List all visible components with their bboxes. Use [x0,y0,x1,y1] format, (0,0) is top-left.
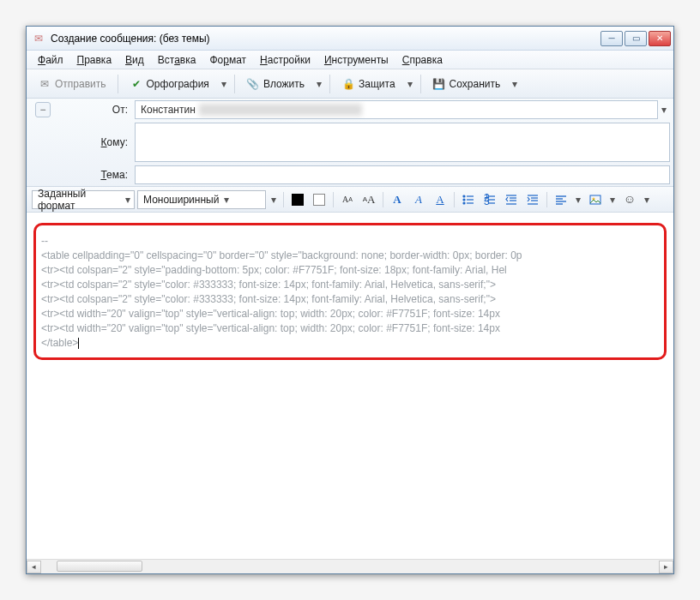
check-icon: ✔ [130,77,143,91]
message-body[interactable]: -- <table cellpadding="0" cellspacing="0… [27,213,673,573]
underline-button[interactable]: A [431,190,450,209]
svg-point-4 [463,202,465,204]
separator [454,192,455,207]
bold-button[interactable]: A [388,190,407,209]
app-icon: ✉ [32,32,45,45]
paperclip-icon: 📎 [246,77,260,91]
bullet-list-button[interactable] [459,190,478,209]
from-dropdown[interactable]: ▾ [658,104,670,116]
outdent-button[interactable] [502,190,521,209]
security-button[interactable]: 🔒 Защита [335,74,401,94]
emoji-dropdown[interactable]: ▾ [642,190,652,209]
lock-icon: 🔒 [341,77,355,91]
toolbar: ✉ Отправить ✔ Орфография ▾ 📎 Вложить ▾ 🔒… [27,69,673,99]
format-toolbar: Заданный формат▾ Моноширинный▾ ▾ AA AA A… [27,187,673,213]
paragraph-style-combo[interactable]: Заданный формат▾ [32,190,135,209]
menu-edit[interactable]: Правка [71,52,118,68]
close-button[interactable]: ✕ [649,31,671,46]
save-button[interactable]: 💾 Сохранить [426,74,507,94]
headers: − От: Константин ▾ − Кому: Тема: [27,99,673,187]
svg-rect-24 [590,195,600,204]
separator [118,75,118,93]
window-title: Создание сообщения: (без темы) [51,33,600,45]
separator [333,192,334,207]
save-dropdown[interactable]: ▾ [510,75,520,93]
from-field[interactable]: Константин [135,100,658,119]
indent-button[interactable] [523,190,542,209]
scroll-track[interactable] [41,561,659,573]
separator [546,192,547,207]
menu-view[interactable]: Вид [119,52,150,68]
security-label: Защита [359,78,395,90]
menu-file[interactable]: Файл [32,52,69,68]
titlebar: ✉ Создание сообщения: (без темы) ─ ▭ ✕ [27,27,673,51]
svg-text:3: 3 [484,195,490,206]
font-family-combo[interactable]: Моноширинный▾ [137,190,266,209]
menu-tools[interactable]: Инструменты [318,52,395,68]
align-dropdown[interactable]: ▾ [573,190,583,209]
svg-point-0 [463,195,465,197]
subject-field[interactable] [135,165,670,184]
highlight-box: -- <table cellpadding="0" cellspacing="0… [33,223,667,360]
scroll-thumb[interactable] [57,561,142,572]
to-field[interactable] [135,123,670,162]
menu-format[interactable]: Формат [203,52,252,68]
compose-window: ✉ Создание сообщения: (без темы) ─ ▭ ✕ Ф… [26,26,674,574]
attach-label: Вложить [263,78,305,90]
from-label: От: [56,104,135,116]
insert-dropdown[interactable]: ▾ [607,190,618,209]
save-icon: 💾 [432,77,446,91]
security-dropdown[interactable]: ▾ [405,75,415,93]
bg-color-button[interactable] [310,190,329,209]
save-label: Сохранить [450,78,501,90]
code-content: -- <table cellpadding="0" cellspacing="0… [41,234,659,351]
number-list-button[interactable]: 123 [480,190,499,209]
maximize-button[interactable]: ▭ [625,31,647,46]
minimize-button[interactable]: ─ [600,31,623,46]
emoji-button[interactable]: ☺ [620,190,639,209]
svg-point-2 [463,199,465,201]
separator [234,75,235,93]
attach-dropdown[interactable]: ▾ [314,75,324,93]
insert-image-button[interactable] [586,190,605,209]
spelling-label: Орфография [147,78,209,90]
separator [329,75,330,93]
remove-header-button[interactable]: − [35,102,51,117]
send-icon: ✉ [38,77,51,91]
to-label: Кому: [56,136,135,148]
menu-insert[interactable]: Вставка [152,52,202,68]
menubar: Файл Правка Вид Вставка Формат Настройки… [27,51,673,69]
attach-button[interactable]: 📎 Вложить [240,74,311,94]
scroll-left-button[interactable]: ◂ [27,561,41,573]
spelling-dropdown[interactable]: ▾ [219,75,229,93]
font-increase-button[interactable]: AA [359,190,378,209]
spelling-button[interactable]: ✔ Орфография [124,74,215,94]
send-button[interactable]: ✉ Отправить [32,74,112,94]
menu-help[interactable]: Справка [396,52,449,68]
align-button[interactable] [552,190,570,209]
subject-label: Тема: [56,169,135,181]
font-size-dropdown[interactable]: ▾ [269,190,279,209]
menu-settings[interactable]: Настройки [254,52,317,68]
separator [420,75,421,93]
separator [383,192,383,207]
separator [283,192,284,207]
horizontal-scrollbar[interactable]: ◂ ▸ [27,559,673,573]
font-decrease-button[interactable]: AA [338,190,357,209]
italic-button[interactable]: A [409,190,428,209]
send-label: Отправить [55,78,106,90]
scroll-right-button[interactable]: ▸ [659,561,673,573]
text-color-button[interactable] [288,190,307,209]
